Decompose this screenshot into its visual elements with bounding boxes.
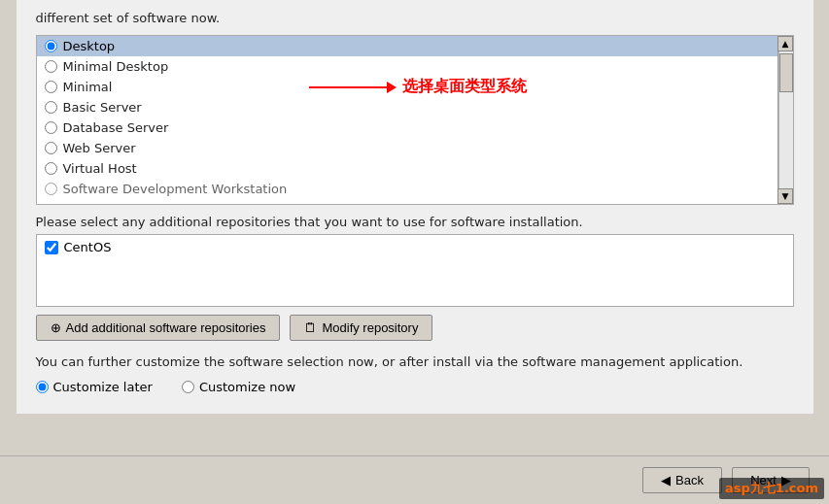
modify-repo-label: Modify repository (322, 320, 418, 335)
list-item-label-virtual-host: Virtual Host (63, 161, 137, 176)
list-item-label-web-server: Web Server (63, 141, 136, 155)
radio-customize-later[interactable] (36, 381, 49, 393)
repo-section-label: Please select any additional repositorie… (36, 215, 794, 229)
customize-radio-row: Customize later Customize now (36, 380, 794, 394)
radio-desktop[interactable] (45, 40, 57, 52)
list-item-web-server[interactable]: Web Server (37, 138, 777, 158)
radio-database-server[interactable] (45, 121, 57, 134)
add-repo-label: Add additional software repositories (66, 320, 266, 335)
list-item-minimal-desktop[interactable]: Minimal Desktop (37, 56, 777, 77)
list-item-minimal[interactable]: Minimal (37, 77, 777, 97)
list-item-label-software-dev: Software Development Workstation (63, 182, 288, 196)
repo-label-centos: CentOS (64, 240, 112, 254)
radio-minimal-desktop[interactable] (45, 60, 57, 73)
list-item-desktop[interactable]: Desktop (37, 36, 777, 56)
next-label: Next (750, 473, 777, 487)
list-item-basic-server[interactable]: Basic Server (37, 97, 777, 118)
customize-now-text: Customize now (199, 380, 295, 394)
back-label: Back (675, 473, 704, 487)
intro-text: different set of software now. (36, 10, 794, 27)
customize-section: You can further customize the software s… (36, 353, 794, 394)
list-item-label-desktop: Desktop (63, 39, 116, 53)
radio-software-dev[interactable] (45, 183, 57, 195)
repo-item-centos: CentOS (45, 240, 785, 254)
list-item-label-basic-server: Basic Server (63, 100, 142, 115)
radio-virtual-host[interactable] (45, 162, 57, 175)
customize-now-label[interactable]: Customize now (182, 380, 295, 394)
modify-icon: 🗒 (304, 320, 317, 335)
next-arrow-icon: ▶ (781, 473, 791, 487)
next-button[interactable]: Next ▶ (732, 467, 810, 493)
bottom-bar: ◀ Back Next ▶ (0, 455, 829, 504)
back-button[interactable]: ◀ Back (642, 467, 722, 493)
scroll-thumb[interactable] (779, 53, 793, 92)
list-item-label-minimal: Minimal (63, 80, 113, 94)
list-item-label-database-server: Database Server (63, 120, 169, 135)
repo-checkbox-centos[interactable] (45, 241, 58, 254)
software-list-box: Desktop Minimal Desktop Minimal Basic Se… (36, 35, 794, 205)
customize-later-text: Customize later (53, 380, 153, 394)
list-item-virtual-host[interactable]: Virtual Host (37, 158, 777, 179)
scroll-track (778, 51, 793, 188)
customize-later-label[interactable]: Customize later (36, 380, 153, 394)
list-item-database-server[interactable]: Database Server (37, 118, 777, 138)
list-item-label-minimal-desktop: Minimal Desktop (63, 59, 169, 74)
customize-text: You can further customize the software s… (36, 353, 794, 372)
add-repo-button[interactable]: ⊕ Add additional software repositories (36, 315, 281, 341)
add-icon: ⊕ (51, 320, 61, 335)
back-arrow-icon: ◀ (661, 473, 671, 487)
radio-minimal[interactable] (45, 81, 57, 93)
radio-web-server[interactable] (45, 142, 57, 154)
radio-customize-now[interactable] (182, 381, 194, 393)
modify-repo-button[interactable]: 🗒 Modify repository (290, 315, 432, 341)
btn-row: ⊕ Add additional software repositories 🗒… (36, 315, 794, 341)
software-list: Desktop Minimal Desktop Minimal Basic Se… (37, 36, 777, 199)
radio-basic-server[interactable] (45, 101, 57, 114)
list-item-software-dev[interactable]: Software Development Workstation (37, 179, 777, 199)
repo-box: CentOS (36, 234, 794, 307)
scroll-down-btn[interactable]: ▼ (777, 188, 793, 204)
scroll-up-btn[interactable]: ▲ (777, 36, 793, 51)
list-scrollbar[interactable]: ▲ ▼ (777, 36, 793, 204)
